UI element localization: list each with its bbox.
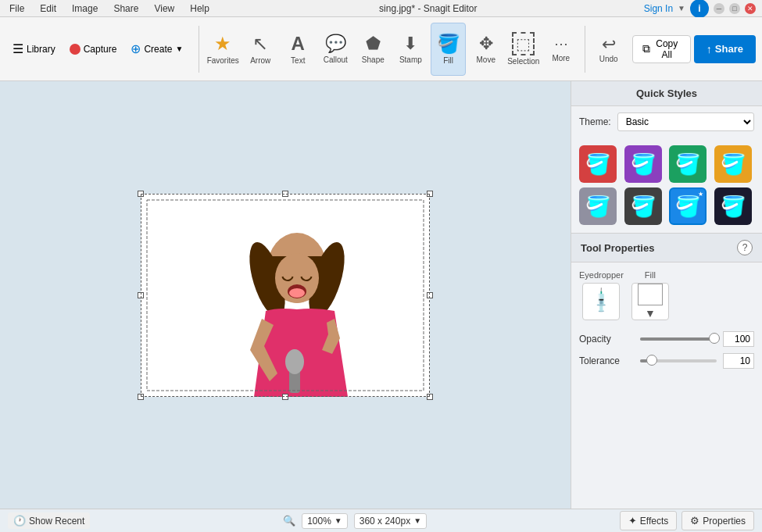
menu-file[interactable]: File — [6, 2, 27, 16]
close-button[interactable]: ✕ — [745, 3, 756, 14]
copy-all-label: Copy All — [653, 38, 681, 60]
move-label: Move — [476, 55, 495, 64]
properties-label: Properties — [703, 516, 746, 527]
create-dropdown-icon: ▼ — [175, 45, 183, 53]
clock-icon: 🕐 — [13, 515, 26, 527]
handle-mid-left[interactable] — [138, 292, 144, 298]
share-button[interactable]: ↑ Share — [694, 35, 756, 63]
text-button[interactable]: A Text — [281, 23, 315, 76]
style-swatch-6[interactable]: ★🪣 — [669, 187, 707, 225]
eyedropper-preview[interactable]: 💉 — [582, 283, 620, 320]
move-icon: ✥ — [479, 34, 493, 54]
handle-mid-right[interactable] — [427, 292, 433, 298]
opacity-label: Opacity — [579, 334, 634, 345]
menu-help[interactable]: Help — [187, 2, 213, 16]
handle-top-left[interactable] — [138, 191, 144, 197]
theme-select[interactable]: Basic — [617, 112, 754, 131]
handle-top-mid[interactable] — [282, 191, 288, 197]
dimensions-select[interactable]: 360 x 240px ▼ — [354, 513, 427, 529]
handle-bot-mid[interactable] — [282, 394, 288, 400]
dimensions-dropdown-icon: ▼ — [413, 516, 421, 525]
maximize-button[interactable]: □ — [729, 3, 740, 14]
style-swatch-1[interactable]: 🪣 — [624, 145, 662, 183]
shape-button[interactable]: ⬟ Shape — [356, 23, 390, 76]
tool-properties-header: Tool Properties ? — [571, 234, 762, 262]
search-icon: 🔍 — [283, 515, 295, 527]
favorites-button[interactable]: ★ Favorites — [206, 23, 240, 76]
fill-color-swatch — [638, 284, 663, 305]
create-button[interactable]: ⊕ Create ▼ — [124, 37, 189, 61]
callout-button[interactable]: 💬 Callout — [318, 23, 352, 76]
fill-prop: Fill ▼ — [631, 270, 669, 320]
style-swatch-5[interactable]: 🪣 — [624, 187, 662, 225]
canvas-area — [0, 81, 571, 509]
more-button[interactable]: ⋯ More — [544, 23, 578, 76]
quick-styles-header: Quick Styles — [571, 81, 762, 106]
library-button[interactable]: ☰ Library — [6, 37, 62, 61]
menu-share[interactable]: Share — [110, 2, 141, 16]
capture-label: Capture — [84, 44, 117, 55]
zoom-select[interactable]: 100% ▼ — [302, 513, 348, 529]
callout-icon: 💬 — [325, 34, 346, 54]
tool-properties-title: Tool Properties — [581, 242, 654, 254]
selection-icon: ⬚ — [512, 32, 535, 55]
opacity-value[interactable] — [723, 331, 754, 347]
user-avatar: i — [690, 0, 709, 18]
effects-button[interactable]: ✦ Effects — [620, 511, 677, 530]
handle-bot-left[interactable] — [138, 394, 144, 400]
fill-preview[interactable]: ▼ — [631, 283, 669, 320]
style-swatch-3[interactable]: 🪣 — [714, 145, 752, 183]
properties-icon: ⚙ — [690, 515, 699, 527]
theme-label: Theme: — [579, 116, 611, 127]
eyedropper-prop: Eyedropper 💉 — [579, 270, 624, 320]
zoom-dropdown-icon: ▼ — [334, 516, 342, 525]
sign-in-link[interactable]: Sign In — [644, 3, 673, 14]
opacity-thumb[interactable] — [709, 333, 720, 344]
canvas-image[interactable] — [141, 194, 430, 397]
undo-button[interactable]: ↩ Undo — [592, 23, 626, 76]
handle-bot-right[interactable] — [427, 394, 433, 400]
tolerance-slider[interactable] — [640, 359, 717, 362]
shape-label: Shape — [362, 55, 385, 64]
style-swatch-0[interactable]: 🪣 — [579, 145, 617, 183]
style-swatch-7[interactable]: 🪣 — [714, 187, 752, 225]
tolerance-thumb[interactable] — [646, 355, 657, 366]
opacity-row: Opacity — [571, 328, 762, 350]
selection-label: Selection — [507, 57, 539, 66]
share-label: Share — [715, 43, 743, 55]
minimize-button[interactable]: ─ — [714, 3, 724, 14]
show-recent-button[interactable]: 🕐 Show Recent — [8, 512, 90, 529]
help-button[interactable]: ? — [737, 240, 753, 255]
effects-icon: ✦ — [628, 515, 637, 527]
menu-edit[interactable]: Edit — [37, 2, 59, 16]
text-label: Text — [291, 56, 305, 65]
capture-button[interactable]: Capture — [63, 39, 123, 59]
stamp-button[interactable]: ⬇ Stamp — [393, 23, 428, 76]
fill-icon: 🪣 — [437, 33, 460, 55]
dimensions-value: 360 x 240px — [360, 516, 410, 527]
style-swatch-2[interactable]: 🪣 — [669, 145, 707, 183]
selection-button[interactable]: ⬚ Selection — [506, 23, 541, 76]
undo-label: Undo — [599, 55, 618, 63]
fill-label: Fill — [443, 56, 453, 65]
fill-button[interactable]: 🪣 Fill — [431, 23, 465, 76]
text-icon: A — [292, 33, 305, 55]
style-swatch-4[interactable]: 🪣 — [579, 187, 617, 225]
styles-grid: 🪣🪣🪣🪣🪣🪣★🪣🪣 — [571, 137, 762, 233]
menu-image[interactable]: Image — [69, 2, 101, 16]
opacity-slider[interactable] — [640, 337, 717, 341]
zoom-value: 100% — [307, 516, 331, 527]
move-button[interactable]: ✥ Move — [469, 23, 503, 76]
arrow-button[interactable]: ↖ Arrow — [243, 23, 277, 76]
more-icon: ⋯ — [554, 35, 568, 52]
handle-top-right[interactable] — [427, 191, 433, 197]
share-icon: ↑ — [707, 43, 712, 55]
canvas-wrapper — [141, 194, 430, 397]
stamp-label: Stamp — [399, 55, 422, 64]
right-panel: Quick Styles Theme: Basic 🪣🪣🪣🪣🪣🪣★🪣🪣 Tool… — [571, 81, 762, 509]
tolerance-value[interactable] — [723, 353, 754, 369]
menu-view[interactable]: View — [151, 2, 177, 16]
stamp-icon: ⬇ — [403, 34, 417, 54]
properties-button[interactable]: ⚙ Properties — [682, 511, 754, 530]
copy-all-button[interactable]: ⧉ Copy All — [632, 35, 691, 63]
